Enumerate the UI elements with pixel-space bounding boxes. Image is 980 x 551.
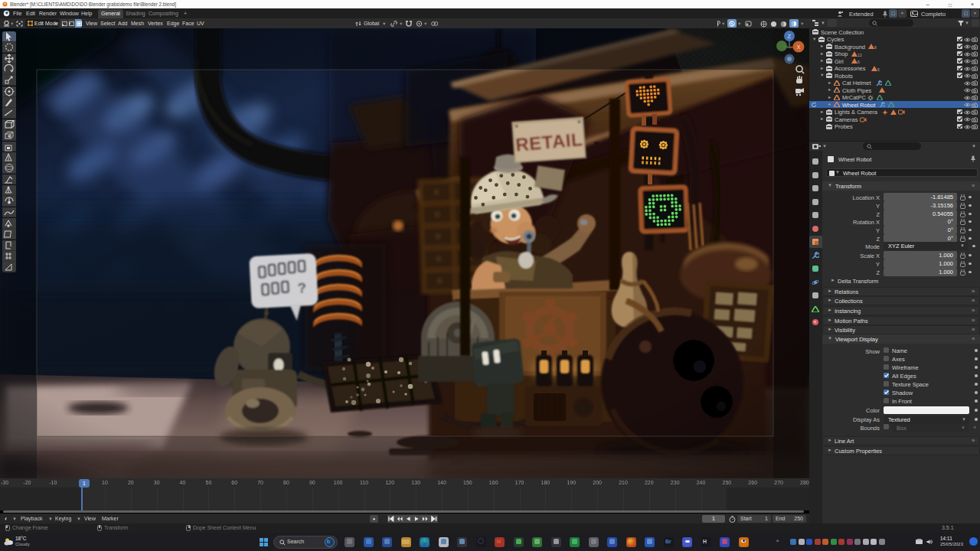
- svg-text:X: X: [797, 44, 801, 50]
- svg-text:Z: Z: [788, 34, 792, 39]
